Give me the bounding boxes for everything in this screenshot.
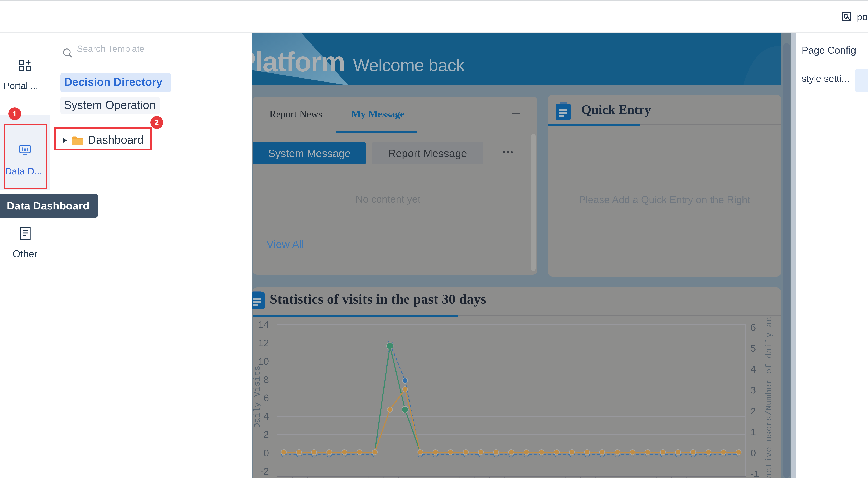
- svg-text:14: 14: [258, 319, 269, 330]
- svg-text:2: 2: [750, 406, 756, 417]
- svg-text:Daily Visits: Daily Visits: [252, 366, 262, 428]
- svg-text:1: 1: [750, 426, 756, 437]
- svg-text:6: 6: [264, 392, 269, 403]
- svg-text:4: 4: [750, 364, 756, 375]
- svg-text:10: 10: [258, 356, 269, 367]
- svg-text:5: 5: [750, 343, 756, 354]
- svg-text:2: 2: [264, 429, 269, 440]
- svg-text:r active users/Number of daily: r active users/Number of daily ac: [764, 317, 774, 478]
- svg-text:12: 12: [258, 337, 269, 349]
- svg-text:4: 4: [264, 411, 269, 422]
- svg-text:3: 3: [750, 385, 756, 395]
- svg-text:0: 0: [750, 447, 756, 458]
- svg-text:6: 6: [750, 322, 756, 333]
- svg-text:0: 0: [264, 447, 269, 458]
- svg-text:-2: -2: [260, 466, 269, 477]
- svg-text:8: 8: [264, 374, 269, 385]
- svg-text:-1: -1: [750, 468, 759, 478]
